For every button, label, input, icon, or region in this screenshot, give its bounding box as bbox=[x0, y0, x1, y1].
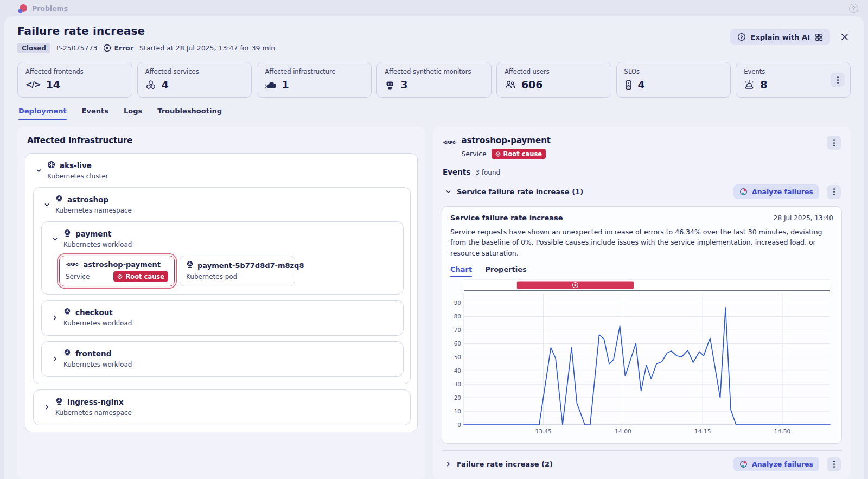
event-group-failure-rate-increase[interactable]: Failure rate increase (2) Analyze failur… bbox=[442, 453, 842, 475]
stat-card-affected-infrastructure[interactable]: Affected infrastructure 1 bbox=[257, 62, 372, 98]
app-grid-icon bbox=[815, 33, 823, 41]
stat-card-affected-services[interactable]: Affected services 4 bbox=[137, 62, 252, 98]
grpc-icon: ‹GRPC› bbox=[66, 263, 79, 267]
stat-cards-row: Affected frontends </>14 Affected servic… bbox=[4, 56, 864, 98]
event-group-label: Service failure rate increase (1) bbox=[457, 188, 730, 196]
svg-text:10: 10 bbox=[454, 408, 461, 414]
service-name: astroshop-payment bbox=[83, 260, 161, 269]
explain-with-ai-label: Explain with AI bbox=[751, 33, 810, 41]
svg-text:80: 80 bbox=[454, 313, 461, 320]
event-description: Service requests have shown an unexpecte… bbox=[450, 227, 833, 258]
pod-card-payment[interactable]: payment-5b77d8d7-m8zq8 Kubernetes pod bbox=[180, 256, 295, 286]
entity-menu-button[interactable] bbox=[827, 136, 841, 150]
stat-card-slos[interactable]: SLOs 4 bbox=[616, 62, 731, 98]
tree-node-frontend[interactable]: frontend Kubernetes workload bbox=[41, 341, 404, 377]
main-tabs: Deployment Events Logs Troubleshooting bbox=[4, 98, 864, 120]
chevron-right-icon[interactable] bbox=[41, 404, 52, 410]
chevron-down-icon[interactable] bbox=[33, 168, 44, 174]
kubernetes-workload-icon bbox=[63, 229, 71, 239]
services-icon bbox=[145, 80, 156, 90]
analyze-failures-button[interactable]: Analyze failures bbox=[733, 457, 819, 471]
svg-text:30: 30 bbox=[454, 381, 461, 387]
svg-text:0: 0 bbox=[457, 421, 461, 428]
tree-node-type: Kubernetes workload bbox=[63, 361, 132, 368]
chevron-right-icon[interactable] bbox=[443, 461, 454, 467]
kubernetes-pod-icon bbox=[186, 260, 194, 270]
tab-troubleshooting[interactable]: Troubleshooting bbox=[157, 107, 222, 120]
tree-node-astroshop[interactable]: astroshop Kubernetes namespace payment bbox=[33, 187, 411, 384]
event-group-service-failure-rate[interactable]: Service failure rate increase (1) Analyz… bbox=[442, 181, 842, 203]
event-group-menu-button[interactable] bbox=[827, 457, 841, 471]
tree-node-name: astroshop bbox=[67, 195, 108, 204]
events-section-label: Events bbox=[443, 168, 470, 176]
entity-detail-panel: ‹GRPC› astroshop-payment Service Root ca… bbox=[433, 127, 851, 479]
kubernetes-namespace-icon bbox=[55, 397, 63, 407]
events-count: 3 found bbox=[475, 169, 500, 176]
service-card-astroshop-payment[interactable]: ‹GRPC› astroshop-payment Service Root ca… bbox=[59, 256, 175, 286]
kubernetes-workload-icon bbox=[63, 349, 71, 359]
event-group-menu-button[interactable] bbox=[827, 185, 841, 199]
problems-app-icon bbox=[20, 4, 27, 12]
error-circle-icon bbox=[103, 44, 111, 52]
help-icon[interactable]: ? bbox=[849, 4, 858, 13]
tree-node-type: Kubernetes workload bbox=[63, 241, 132, 248]
stat-value: 3 bbox=[400, 79, 407, 91]
infra-heading: Affected infrastructure bbox=[27, 136, 416, 145]
service-type: Service bbox=[66, 273, 90, 280]
tab-deployment[interactable]: Deployment bbox=[18, 107, 67, 120]
severity-label: Error bbox=[114, 44, 133, 52]
stat-value: 1 bbox=[282, 79, 289, 91]
tab-logs[interactable]: Logs bbox=[124, 107, 142, 120]
root-cause-badge: Root cause bbox=[113, 271, 168, 282]
tree-node-type: Kubernetes cluster bbox=[47, 173, 108, 180]
root-cause-diamond-icon bbox=[117, 274, 123, 279]
event-group-label: Failure rate increase (2) bbox=[457, 460, 730, 468]
kubernetes-cluster-icon bbox=[47, 161, 55, 170]
pod-type: Kubernetes pod bbox=[186, 273, 237, 280]
chevron-right-icon[interactable] bbox=[49, 356, 60, 362]
app-tab-label[interactable]: Problems bbox=[32, 4, 68, 12]
problem-header: Failure rate increase Closed P-25075773 … bbox=[4, 16, 864, 56]
slo-icon bbox=[624, 80, 633, 90]
tree-node-payment[interactable]: payment Kubernetes workload ‹GRPC› astro… bbox=[41, 221, 404, 295]
chevron-down-icon[interactable] bbox=[49, 236, 60, 242]
chevron-right-icon[interactable] bbox=[49, 315, 60, 321]
stat-label: Affected synthetic monitors bbox=[385, 68, 483, 75]
synthetic-monitor-icon bbox=[385, 80, 395, 90]
stat-label: Events bbox=[744, 68, 843, 75]
stat-card-events[interactable]: Events 8 bbox=[736, 62, 851, 98]
kubernetes-namespace-icon bbox=[55, 195, 63, 205]
tab-events[interactable]: Events bbox=[82, 107, 108, 120]
tree-node-name: checkout bbox=[75, 308, 113, 317]
chevron-down-icon[interactable] bbox=[443, 189, 454, 195]
tree-node-checkout[interactable]: checkout Kubernetes workload bbox=[41, 300, 404, 336]
tab-properties[interactable]: Properties bbox=[485, 265, 527, 277]
failure-rate-chart[interactable]: 010203040506070809013:4514:0014:1514:30 bbox=[450, 279, 834, 438]
svg-text:70: 70 bbox=[454, 327, 461, 333]
tree-node-ingress-nginx[interactable]: ingress-nginx Kubernetes namespace bbox=[33, 389, 411, 425]
stat-card-affected-frontends[interactable]: Affected frontends </>14 bbox=[17, 62, 132, 98]
explain-with-ai-button[interactable]: Explain with AI bbox=[730, 29, 830, 45]
tree-node-aks-live[interactable]: aks-live Kubernetes cluster astroshop bbox=[25, 153, 418, 432]
svg-text:14:30: 14:30 bbox=[774, 428, 790, 435]
tree-node-name: frontend bbox=[75, 349, 111, 358]
problem-window: Failure rate increase Closed P-25075773 … bbox=[4, 16, 864, 479]
tree-node-type: Kubernetes workload bbox=[63, 320, 132, 327]
ai-play-icon bbox=[737, 33, 746, 41]
events-card-menu-button[interactable] bbox=[831, 73, 845, 87]
stat-card-affected-users[interactable]: Affected users 606 bbox=[496, 62, 611, 98]
stat-card-affected-synthetic-monitors[interactable]: Affected synthetic monitors 3 bbox=[376, 62, 492, 98]
svg-text:14:00: 14:00 bbox=[615, 428, 631, 435]
analyze-failures-button[interactable]: Analyze failures bbox=[733, 184, 819, 199]
close-icon[interactable] bbox=[839, 31, 851, 43]
davis-ai-icon bbox=[739, 460, 748, 468]
chevron-down-icon[interactable] bbox=[41, 202, 52, 208]
top-strip: Problems ? bbox=[0, 0, 868, 16]
entity-name: astroshop-payment bbox=[461, 136, 551, 145]
tab-chart[interactable]: Chart bbox=[450, 265, 472, 277]
svg-text:14:15: 14:15 bbox=[694, 428, 711, 435]
problem-id: P-25075773 bbox=[56, 44, 97, 52]
severity: Error bbox=[103, 44, 133, 52]
pod-name: payment-5b77d8d7-m8zq8 bbox=[197, 261, 304, 270]
stat-value: 4 bbox=[162, 79, 169, 91]
